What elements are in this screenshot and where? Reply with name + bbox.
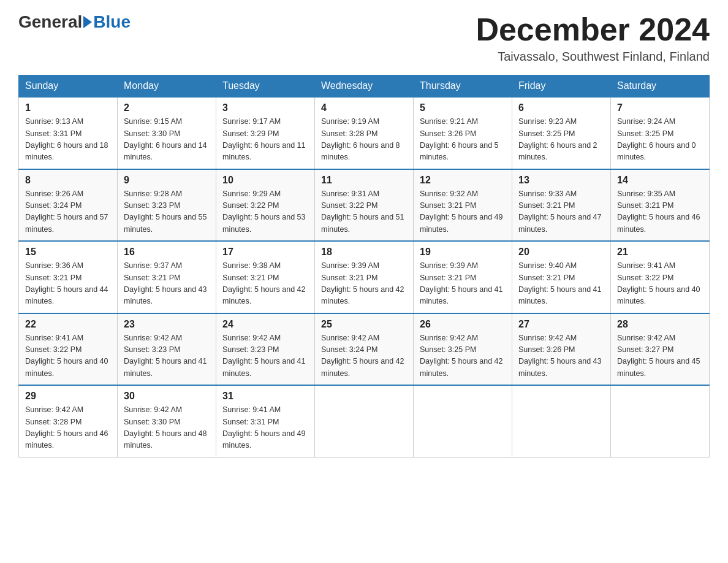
calendar-week-row: 15 Sunrise: 9:36 AMSunset: 3:21 PMDaylig… — [19, 241, 710, 313]
day-info: Sunrise: 9:42 AMSunset: 3:26 PMDaylight:… — [518, 334, 602, 378]
calendar-cell: 3 Sunrise: 9:17 AMSunset: 3:29 PMDayligh… — [216, 97, 315, 169]
page-header: General Blue December 2024 Taivassalo, S… — [18, 12, 710, 64]
weekday-header-row: SundayMondayTuesdayWednesdayThursdayFrid… — [19, 75, 710, 98]
day-number: 2 — [124, 102, 210, 113]
day-number: 30 — [124, 391, 210, 402]
calendar-cell: 10 Sunrise: 9:29 AMSunset: 3:22 PMDaylig… — [216, 169, 315, 242]
weekday-header-monday: Monday — [118, 75, 216, 98]
weekday-header-friday: Friday — [512, 75, 611, 98]
calendar-cell: 4 Sunrise: 9:19 AMSunset: 3:28 PMDayligh… — [315, 97, 414, 169]
calendar-cell — [414, 385, 512, 457]
day-info: Sunrise: 9:40 AMSunset: 3:21 PMDaylight:… — [518, 261, 602, 305]
day-number: 13 — [518, 175, 604, 186]
calendar-cell: 6 Sunrise: 9:23 AMSunset: 3:25 PMDayligh… — [512, 97, 611, 169]
day-info: Sunrise: 9:42 AMSunset: 3:24 PMDaylight:… — [321, 334, 404, 378]
day-info: Sunrise: 9:31 AMSunset: 3:22 PMDaylight:… — [321, 190, 404, 234]
day-number: 1 — [25, 102, 111, 113]
calendar-week-row: 29 Sunrise: 9:42 AMSunset: 3:28 PMDaylig… — [19, 385, 710, 457]
day-info: Sunrise: 9:29 AMSunset: 3:22 PMDaylight:… — [222, 190, 306, 234]
day-info: Sunrise: 9:39 AMSunset: 3:21 PMDaylight:… — [321, 261, 404, 305]
day-info: Sunrise: 9:33 AMSunset: 3:21 PMDaylight:… — [518, 190, 602, 234]
calendar-cell: 11 Sunrise: 9:31 AMSunset: 3:22 PMDaylig… — [315, 169, 414, 242]
day-number: 16 — [124, 247, 210, 258]
calendar-cell: 31 Sunrise: 9:41 AMSunset: 3:31 PMDaylig… — [216, 385, 315, 457]
calendar-cell: 29 Sunrise: 9:42 AMSunset: 3:28 PMDaylig… — [19, 385, 118, 457]
calendar-cell: 12 Sunrise: 9:32 AMSunset: 3:21 PMDaylig… — [414, 169, 512, 242]
calendar-table: SundayMondayTuesdayWednesdayThursdayFrid… — [18, 75, 710, 458]
day-info: Sunrise: 9:23 AMSunset: 3:25 PMDaylight:… — [518, 117, 597, 161]
weekday-header-wednesday: Wednesday — [315, 75, 414, 98]
weekday-header-thursday: Thursday — [414, 75, 512, 98]
day-number: 6 — [518, 102, 604, 113]
weekday-header-tuesday: Tuesday — [216, 75, 315, 98]
day-info: Sunrise: 9:42 AMSunset: 3:27 PMDaylight:… — [617, 334, 700, 378]
day-info: Sunrise: 9:41 AMSunset: 3:22 PMDaylight:… — [25, 334, 108, 378]
day-number: 10 — [222, 175, 308, 186]
day-number: 25 — [321, 319, 407, 330]
day-number: 22 — [25, 319, 111, 330]
day-number: 23 — [124, 319, 210, 330]
calendar-cell: 16 Sunrise: 9:37 AMSunset: 3:21 PMDaylig… — [118, 241, 216, 313]
day-info: Sunrise: 9:21 AMSunset: 3:26 PMDaylight:… — [420, 117, 499, 161]
calendar-cell: 5 Sunrise: 9:21 AMSunset: 3:26 PMDayligh… — [414, 97, 512, 169]
day-number: 5 — [420, 102, 506, 113]
calendar-week-row: 1 Sunrise: 9:13 AMSunset: 3:31 PMDayligh… — [19, 97, 710, 169]
calendar-cell: 28 Sunrise: 9:42 AMSunset: 3:27 PMDaylig… — [611, 313, 710, 386]
day-info: Sunrise: 9:24 AMSunset: 3:25 PMDaylight:… — [617, 117, 696, 161]
calendar-cell — [611, 385, 710, 457]
calendar-cell: 27 Sunrise: 9:42 AMSunset: 3:26 PMDaylig… — [512, 313, 611, 386]
calendar-cell: 15 Sunrise: 9:36 AMSunset: 3:21 PMDaylig… — [19, 241, 118, 313]
month-title: December 2024 — [476, 12, 710, 47]
day-number: 18 — [321, 247, 407, 258]
calendar-cell: 20 Sunrise: 9:40 AMSunset: 3:21 PMDaylig… — [512, 241, 611, 313]
day-info: Sunrise: 9:38 AMSunset: 3:21 PMDaylight:… — [222, 261, 306, 305]
calendar-cell: 7 Sunrise: 9:24 AMSunset: 3:25 PMDayligh… — [611, 97, 710, 169]
logo-blue-text: Blue — [93, 12, 131, 32]
calendar-cell: 23 Sunrise: 9:42 AMSunset: 3:23 PMDaylig… — [118, 313, 216, 386]
day-number: 27 — [518, 319, 604, 330]
day-info: Sunrise: 9:32 AMSunset: 3:21 PMDaylight:… — [420, 190, 503, 234]
day-number: 9 — [124, 175, 210, 186]
day-info: Sunrise: 9:37 AMSunset: 3:21 PMDaylight:… — [124, 261, 207, 305]
day-number: 26 — [420, 319, 506, 330]
day-number: 21 — [617, 247, 703, 258]
calendar-cell: 26 Sunrise: 9:42 AMSunset: 3:25 PMDaylig… — [414, 313, 512, 386]
day-info: Sunrise: 9:35 AMSunset: 3:21 PMDaylight:… — [617, 190, 700, 234]
calendar-cell: 2 Sunrise: 9:15 AMSunset: 3:30 PMDayligh… — [118, 97, 216, 169]
calendar-cell: 9 Sunrise: 9:28 AMSunset: 3:23 PMDayligh… — [118, 169, 216, 242]
calendar-cell: 8 Sunrise: 9:26 AMSunset: 3:24 PMDayligh… — [19, 169, 118, 242]
day-info: Sunrise: 9:42 AMSunset: 3:30 PMDaylight:… — [124, 405, 207, 450]
calendar-cell: 13 Sunrise: 9:33 AMSunset: 3:21 PMDaylig… — [512, 169, 611, 242]
day-info: Sunrise: 9:41 AMSunset: 3:31 PMDaylight:… — [222, 405, 306, 450]
day-info: Sunrise: 9:17 AMSunset: 3:29 PMDaylight:… — [222, 117, 306, 161]
day-number: 7 — [617, 102, 703, 113]
calendar-cell: 25 Sunrise: 9:42 AMSunset: 3:24 PMDaylig… — [315, 313, 414, 386]
calendar-cell: 19 Sunrise: 9:39 AMSunset: 3:21 PMDaylig… — [414, 241, 512, 313]
day-number: 28 — [617, 319, 703, 330]
day-info: Sunrise: 9:42 AMSunset: 3:23 PMDaylight:… — [124, 334, 207, 378]
title-section: December 2024 Taivassalo, Southwest Finl… — [476, 12, 710, 64]
day-number: 24 — [222, 319, 308, 330]
day-info: Sunrise: 9:36 AMSunset: 3:21 PMDaylight:… — [25, 261, 108, 305]
calendar-cell: 1 Sunrise: 9:13 AMSunset: 3:31 PMDayligh… — [19, 97, 118, 169]
calendar-week-row: 8 Sunrise: 9:26 AMSunset: 3:24 PMDayligh… — [19, 169, 710, 242]
calendar-cell — [512, 385, 611, 457]
day-info: Sunrise: 9:42 AMSunset: 3:23 PMDaylight:… — [222, 334, 306, 378]
day-number: 15 — [25, 247, 111, 258]
day-info: Sunrise: 9:28 AMSunset: 3:23 PMDaylight:… — [124, 190, 207, 234]
day-number: 14 — [617, 175, 703, 186]
day-number: 20 — [518, 247, 604, 258]
calendar-cell: 22 Sunrise: 9:41 AMSunset: 3:22 PMDaylig… — [19, 313, 118, 386]
calendar-cell: 17 Sunrise: 9:38 AMSunset: 3:21 PMDaylig… — [216, 241, 315, 313]
logo: General Blue — [18, 12, 131, 32]
calendar-cell: 21 Sunrise: 9:41 AMSunset: 3:22 PMDaylig… — [611, 241, 710, 313]
calendar-week-row: 22 Sunrise: 9:41 AMSunset: 3:22 PMDaylig… — [19, 313, 710, 386]
day-info: Sunrise: 9:39 AMSunset: 3:21 PMDaylight:… — [420, 261, 503, 305]
location-title: Taivassalo, Southwest Finland, Finland — [476, 50, 710, 64]
logo-arrow-icon — [83, 16, 92, 28]
weekday-header-sunday: Sunday — [19, 75, 118, 98]
day-info: Sunrise: 9:42 AMSunset: 3:28 PMDaylight:… — [25, 405, 108, 450]
calendar-cell — [315, 385, 414, 457]
calendar-cell: 24 Sunrise: 9:42 AMSunset: 3:23 PMDaylig… — [216, 313, 315, 386]
day-number: 12 — [420, 175, 506, 186]
